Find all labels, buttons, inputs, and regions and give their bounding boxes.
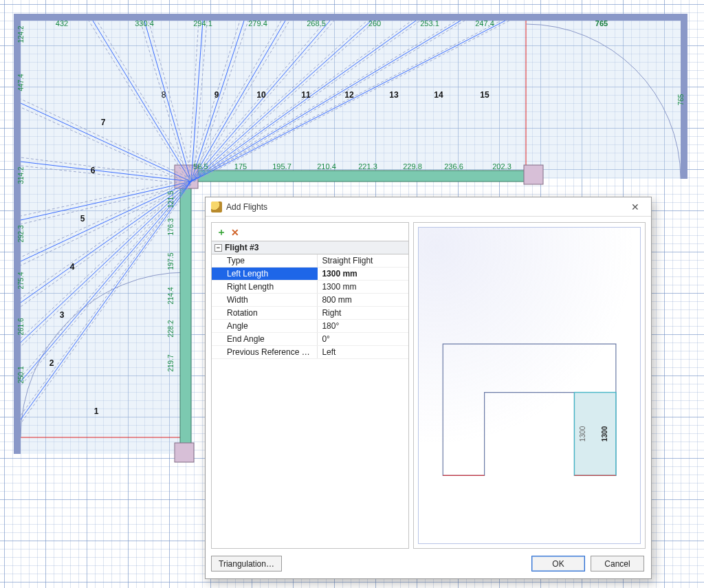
cancel-button[interactable]: Cancel	[591, 556, 644, 571]
preview-right-len: 1300	[601, 426, 608, 442]
prop-value[interactable]: 180°	[318, 320, 408, 332]
prop-value[interactable]: 0°	[318, 333, 408, 345]
prop-value[interactable]: Right	[318, 307, 408, 319]
prop-key: Angle	[212, 320, 318, 332]
preview-left-len: 1300	[578, 426, 586, 442]
prop-key: Previous Reference Side	[212, 346, 318, 358]
prop-row-left-length[interactable]: Left Length1300 mm	[212, 268, 408, 281]
dialog-titlebar[interactable]: Add Flights ✕	[206, 197, 651, 217]
properties-panel: ＋ ✕ − Flight #3 TypeStraight FlightLeft …	[211, 222, 409, 549]
prop-value[interactable]: 1300 mm	[318, 281, 408, 293]
prop-row-width[interactable]: Width800 mm	[212, 294, 408, 307]
triangulation-button[interactable]: Triangulation…	[211, 556, 282, 571]
prop-row-rotation[interactable]: RotationRight	[212, 307, 408, 320]
prop-value[interactable]: 800 mm	[318, 294, 408, 306]
prop-key: Type	[212, 254, 318, 267]
prop-key: End Angle	[212, 333, 318, 345]
prop-row-previous-reference-side[interactable]: Previous Reference SideLeft	[212, 346, 408, 359]
prop-row-angle[interactable]: Angle180°	[212, 320, 408, 333]
remove-flight-icon[interactable]: ✕	[230, 227, 241, 238]
add-flight-icon[interactable]: ＋	[216, 227, 227, 238]
dialog-title: Add Flights	[226, 202, 267, 212]
add-flights-dialog: Add Flights ✕ ＋ ✕ − Flight #3 TypeStraig…	[205, 197, 652, 579]
flight-header-label: Flight #3	[225, 243, 258, 252]
ok-button[interactable]: OK	[531, 556, 585, 571]
prop-value[interactable]: 1300 mm	[318, 268, 408, 280]
preview-stage: 1300 1300	[418, 227, 641, 544]
prop-key: Width	[212, 294, 318, 306]
prop-row-end-angle[interactable]: End Angle0°	[212, 333, 408, 346]
prop-row-type[interactable]: TypeStraight Flight	[212, 254, 408, 268]
prop-value[interactable]: Left	[318, 346, 408, 358]
property-grid[interactable]: − Flight #3 TypeStraight FlightLeft Leng…	[212, 241, 408, 548]
prop-key: Right Length	[212, 281, 318, 293]
prop-value[interactable]: Straight Flight	[318, 254, 408, 267]
collapse-icon[interactable]: −	[214, 244, 222, 252]
prop-row-right-length[interactable]: Right Length1300 mm	[212, 281, 408, 294]
prop-key: Left Length	[212, 268, 318, 280]
preview-panel: 1300 1300	[413, 222, 646, 549]
stair-icon	[211, 202, 222, 213]
close-button[interactable]: ✕	[624, 199, 647, 215]
prop-key: Rotation	[212, 307, 318, 319]
flight-group-header[interactable]: − Flight #3	[212, 241, 408, 254]
